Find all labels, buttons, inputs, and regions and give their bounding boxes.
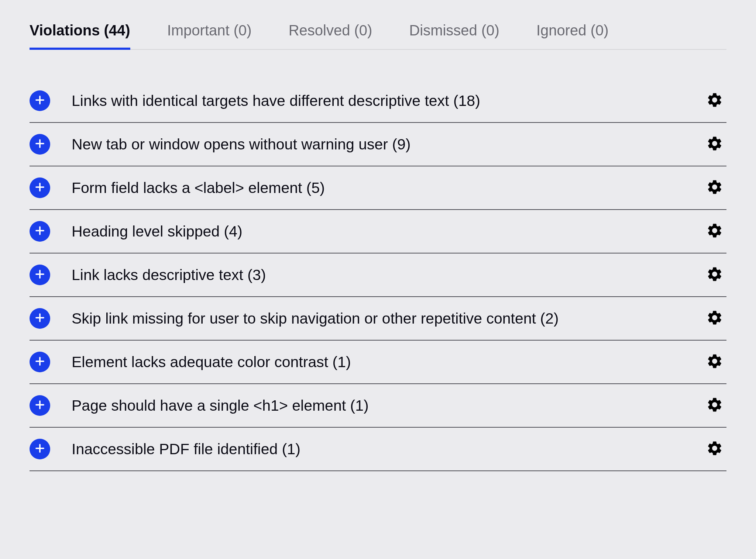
plus-icon	[34, 356, 45, 368]
gear-icon	[706, 266, 723, 284]
gear-icon	[706, 179, 723, 197]
plus-icon	[34, 399, 45, 412]
violation-row: Inaccessible PDF file identified (1)	[30, 428, 726, 471]
tab-resolved[interactable]: Resolved (0)	[289, 22, 372, 50]
violation-row: Links with identical targets have differ…	[30, 79, 726, 123]
plus-icon	[34, 312, 45, 325]
expand-button[interactable]	[30, 308, 50, 329]
settings-button[interactable]	[706, 135, 724, 153]
tab-important[interactable]: Important (0)	[167, 22, 252, 50]
violation-title: Skip link missing for user to skip navig…	[72, 310, 697, 327]
expand-button[interactable]	[30, 265, 50, 285]
expand-button[interactable]	[30, 395, 50, 416]
violation-row: Heading level skipped (4)	[30, 210, 726, 253]
violation-row: Skip link missing for user to skip navig…	[30, 297, 726, 341]
violation-row: New tab or window opens without warning …	[30, 123, 726, 166]
expand-button[interactable]	[30, 439, 50, 459]
expand-button[interactable]	[30, 352, 50, 372]
violations-panel: Violations (44) Important (0) Resolved (…	[30, 22, 726, 471]
plus-icon	[34, 94, 45, 107]
gear-icon	[706, 135, 723, 153]
gear-icon	[706, 222, 723, 241]
gear-icon	[706, 353, 723, 371]
gear-icon	[706, 309, 723, 328]
violation-title: Form field lacks a <label> element (5)	[72, 179, 697, 197]
plus-icon	[34, 269, 45, 281]
tab-dismissed[interactable]: Dismissed (0)	[409, 22, 499, 50]
violation-title: New tab or window opens without warning …	[72, 136, 697, 153]
plus-icon	[34, 225, 45, 238]
violation-title: Inaccessible PDF file identified (1)	[72, 441, 697, 458]
violation-title: Links with identical targets have differ…	[72, 92, 697, 110]
violation-row: Element lacks adequate color contrast (1…	[30, 341, 726, 384]
plus-icon	[34, 138, 45, 151]
plus-icon	[34, 182, 45, 194]
settings-button[interactable]	[706, 440, 724, 458]
violation-title: Link lacks descriptive text (3)	[72, 266, 697, 284]
violations-list: Links with identical targets have differ…	[30, 79, 726, 471]
settings-button[interactable]	[706, 310, 724, 327]
settings-button[interactable]	[706, 353, 724, 371]
settings-button[interactable]	[706, 397, 724, 414]
tab-ignored[interactable]: Ignored (0)	[536, 22, 609, 50]
tab-violations[interactable]: Violations (44)	[30, 22, 130, 50]
violation-title: Page should have a single <h1> element (…	[72, 397, 697, 414]
settings-button[interactable]	[706, 179, 724, 197]
tabs-bar: Violations (44) Important (0) Resolved (…	[30, 22, 726, 50]
violation-row: Link lacks descriptive text (3)	[30, 253, 726, 297]
gear-icon	[706, 92, 723, 110]
settings-button[interactable]	[706, 222, 724, 240]
settings-button[interactable]	[706, 266, 724, 284]
gear-icon	[706, 440, 723, 458]
violation-row: Form field lacks a <label> element (5)	[30, 166, 726, 210]
expand-button[interactable]	[30, 221, 50, 242]
violation-row: Page should have a single <h1> element (…	[30, 384, 726, 428]
expand-button[interactable]	[30, 177, 50, 198]
settings-button[interactable]	[706, 92, 724, 110]
gear-icon	[706, 396, 723, 415]
violation-title: Element lacks adequate color contrast (1…	[72, 353, 697, 371]
violation-title: Heading level skipped (4)	[72, 223, 697, 240]
expand-button[interactable]	[30, 90, 50, 111]
plus-icon	[34, 443, 45, 455]
expand-button[interactable]	[30, 134, 50, 155]
